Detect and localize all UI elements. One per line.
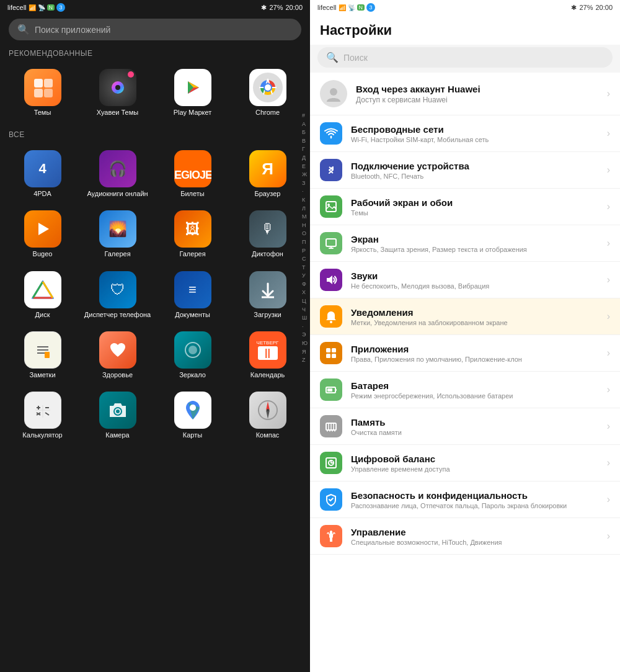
setting-security-icon <box>320 488 342 511</box>
app-play[interactable]: Play Маркет <box>156 64 229 122</box>
app-downloads[interactable]: Загрузки <box>231 266 304 324</box>
account-title: Вход через аккаунт Huawei <box>356 84 598 94</box>
setting-digital[interactable]: Цифровой баланс Управление временем дост… <box>310 445 620 482</box>
account-item[interactable]: Вход через аккаунт Huawei Доступ к серви… <box>310 73 620 115</box>
app-video[interactable]: Bugeo <box>6 205 79 263</box>
svg-point-39 <box>330 88 337 96</box>
app-huawei[interactable]: Хуавеи Темы <box>81 64 154 122</box>
app-4pda-icon: 4 <box>24 150 61 187</box>
setting-battery-chevron: › <box>607 384 610 395</box>
right-bt-icon: ✱ <box>571 4 577 12</box>
app-compass-label: Компас <box>256 431 280 439</box>
setting-wallpaper-subtitle: Темы <box>351 209 598 217</box>
left-panel: lifecell 📶 📡 N 3 ✱ 27% 20:00 🔍 РЕКОМЕНДО… <box>0 0 310 672</box>
setting-memory[interactable]: Память Очистка памяти › <box>310 408 620 445</box>
settings-list: Вход через аккаунт Huawei Доступ к серви… <box>310 73 620 672</box>
setting-sound-chevron: › <box>607 274 610 285</box>
app-chrome[interactable]: Chrome <box>231 64 304 122</box>
left-search-bar[interactable]: 🔍 <box>9 19 301 40</box>
app-dictaphone[interactable]: 🎙 Диктофон <box>231 205 304 263</box>
setting-bluetooth[interactable]: Подключение устройства Bluetooth, NFC, П… <box>310 152 620 189</box>
svg-marker-45 <box>327 276 332 284</box>
app-calendar-label: Календарь <box>250 371 285 379</box>
left-search-input[interactable] <box>35 25 293 35</box>
setting-notifications[interactable]: Уведомления Метки, Уведомления на заблок… <box>310 298 620 335</box>
setting-digital-icon <box>320 452 342 474</box>
app-disk[interactable]: Диск <box>6 266 79 324</box>
setting-apps-icon <box>320 342 342 364</box>
svg-point-38 <box>267 409 269 411</box>
setting-wifi-icon <box>320 122 342 145</box>
setting-wallpaper-text: Рабочий экран и обои Темы <box>351 197 598 217</box>
setting-wifi[interactable]: Беспроводные сети Wi-Fi, Настройки SIM-к… <box>310 115 620 152</box>
app-tickets[interactable]: // REGIOJET Билеты <box>156 145 229 203</box>
svg-rect-52 <box>335 389 337 391</box>
app-notes-icon <box>24 331 61 369</box>
svg-marker-13 <box>38 223 49 235</box>
app-compass[interactable]: Компас <box>231 387 304 444</box>
svg-marker-36 <box>266 401 270 410</box>
app-phone-manager-label: Диспетчер телефона <box>84 311 151 319</box>
setting-display-chevron: › <box>607 238 610 249</box>
app-audiobooks[interactable]: 🎧 Аудиокниги онлайн <box>81 145 154 203</box>
app-huawei-label: Хуавеи Темы <box>97 109 138 117</box>
app-gallery2[interactable]: 🖼 Галерея <box>156 205 229 263</box>
setting-bt-icon <box>320 159 342 181</box>
left-nfc-badge: N <box>47 4 55 11</box>
svg-rect-48 <box>332 348 336 352</box>
setting-apps[interactable]: Приложения Права, Приложения по умолчани… <box>310 335 620 372</box>
setting-security[interactable]: Безопасность и конфиденциальность Распоз… <box>310 482 620 518</box>
setting-memory-subtitle: Очистка памяти <box>351 429 598 436</box>
app-themes[interactable]: Темы <box>6 64 79 122</box>
app-gallery1[interactable]: 🌄 Галерея <box>81 205 154 263</box>
setting-manage-subtitle: Специальные возможности, HiTouch, Движен… <box>351 539 598 546</box>
settings-search-bar[interactable]: 🔍 <box>317 47 613 68</box>
recommended-grid: Темы Хуавеи Темы Pl <box>0 60 310 125</box>
setting-notif-subtitle: Метки, Уведомления на заблокированном эк… <box>351 319 598 326</box>
app-4pda[interactable]: 4 4PDA <box>6 145 79 203</box>
account-avatar <box>320 80 347 107</box>
setting-security-title: Безопасность и конфиденциальность <box>351 490 598 501</box>
setting-display-text: Экран Яркость, Защита зрения, Размер тек… <box>351 234 598 253</box>
app-camera[interactable]: Камера <box>81 387 154 444</box>
app-maps[interactable]: Карты <box>156 387 229 444</box>
app-health[interactable]: Здоровье <box>81 326 154 384</box>
svg-rect-1 <box>44 79 53 87</box>
setting-bt-text: Подключение устройства Bluetooth, NFC, П… <box>351 161 598 180</box>
recommended-label: РЕКОМЕНДОВАННЫЕ <box>0 44 310 60</box>
app-calendar-icon: ЧЕТВЕРГ | | <box>249 331 286 369</box>
setting-display[interactable]: Экран Яркость, Защита зрения, Размер тек… <box>310 225 620 262</box>
svg-marker-15 <box>33 282 53 298</box>
setting-memory-title: Память <box>351 417 598 428</box>
app-notes[interactable]: Заметки <box>6 326 79 384</box>
svg-rect-50 <box>332 354 336 358</box>
svg-point-22 <box>188 346 197 354</box>
app-downloads-icon <box>249 271 286 308</box>
setting-wallpaper[interactable]: Рабочий экран и обои Темы › <box>310 189 620 225</box>
app-docs[interactable]: ≡ Документы <box>156 266 229 324</box>
setting-display-title: Экран <box>351 234 598 244</box>
svg-rect-49 <box>326 354 330 358</box>
setting-battery[interactable]: Батарея Режим энергосбережения, Использо… <box>310 372 620 408</box>
setting-notif-chevron: › <box>607 311 610 322</box>
app-calendar[interactable]: ЧЕТВЕРГ | | Календарь <box>231 326 304 384</box>
setting-digital-chevron: › <box>607 457 610 468</box>
app-phone-manager[interactable]: 🛡 Диспетчер телефона <box>81 266 154 324</box>
setting-manage[interactable]: Управление Специальные возможности, HiTo… <box>310 518 620 555</box>
svg-rect-3 <box>44 89 53 97</box>
app-themes-label: Темы <box>34 109 51 117</box>
app-disk-icon <box>24 271 61 308</box>
app-mirror[interactable]: Зеркало <box>156 326 229 384</box>
setting-sound[interactable]: Звуки Не беспокоить, Мелодия вызова, Виб… <box>310 262 620 298</box>
settings-search-input[interactable] <box>343 53 604 63</box>
svg-line-28 <box>45 413 49 415</box>
app-calc[interactable]: Калькулятор <box>6 387 79 444</box>
app-play-label: Play Маркет <box>174 109 212 117</box>
setting-manage-text: Управление Специальные возможности, HiTo… <box>351 527 598 546</box>
setting-sound-text: Звуки Не беспокоить, Мелодия вызова, Виб… <box>351 271 598 290</box>
app-calc-icon <box>24 392 61 429</box>
app-browser[interactable]: Я Браузер <box>231 145 304 203</box>
app-health-label: Здоровье <box>102 371 133 379</box>
setting-bt-subtitle: Bluetooth, NFC, Печать <box>351 172 598 180</box>
settings-title: Настройки <box>310 15 620 45</box>
